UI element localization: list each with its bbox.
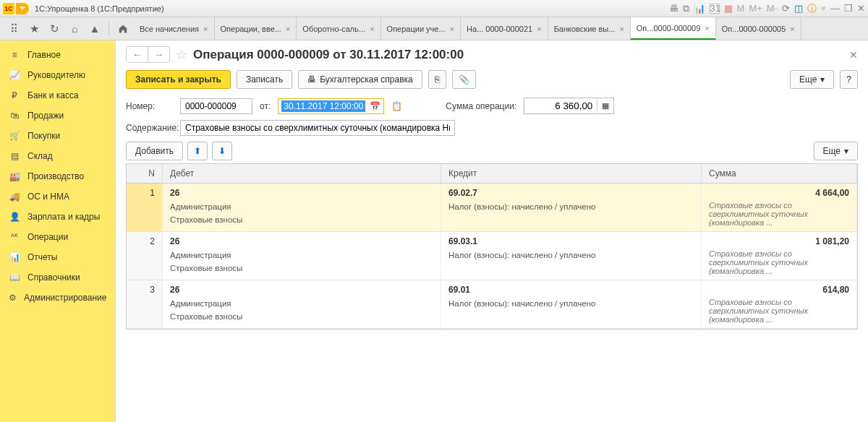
save-button[interactable]: Записать	[237, 70, 292, 89]
tab[interactable]: Банковские вы...×	[548, 17, 631, 40]
tab-label: Оборотно-саль...	[302, 25, 365, 33]
tab[interactable]: Операции, вве...×	[215, 17, 297, 40]
tab-close-icon[interactable]: ×	[619, 25, 624, 33]
bars-icon: 📊	[9, 251, 20, 263]
maximize-icon[interactable]: ❐	[844, 3, 853, 14]
calendar-picker-icon[interactable]: 📅	[370, 101, 380, 111]
favorite-star[interactable]: ☆	[176, 47, 187, 63]
grid-icon[interactable]: ▦	[724, 3, 733, 14]
move-up-button[interactable]: ⬆	[187, 142, 208, 160]
tab-close-icon[interactable]: ×	[370, 25, 374, 33]
star-icon[interactable]: ★	[25, 20, 43, 38]
tab-close-icon[interactable]: ×	[537, 25, 541, 33]
m-plus-button[interactable]: M+	[749, 3, 762, 14]
cell-sum: 614,80Страховые взносы со сверхлимитных …	[702, 280, 857, 328]
sidebar-item[interactable]: 🚚ОС и НМА	[0, 186, 115, 207]
sidebar-item[interactable]: 📊Отчеты	[0, 247, 115, 267]
sidebar-item[interactable]: 📈Руководителю	[0, 65, 115, 85]
calc-button[interactable]: ▦	[597, 99, 613, 113]
table-row[interactable]: 126АдминистрацияСтраховые взносы69.02.7Н…	[127, 184, 857, 232]
sidebar-item[interactable]: ▤Склад	[0, 146, 115, 166]
tab-close-icon[interactable]: ×	[286, 25, 290, 33]
close-icon[interactable]: ✕	[857, 3, 865, 14]
sum-input[interactable]	[524, 98, 597, 113]
tab[interactable]: На... 0000-000021×	[461, 17, 548, 40]
print-icon[interactable]: 🖶	[669, 3, 678, 14]
apps-icon[interactable]: ⠿	[4, 20, 23, 38]
minimize-icon[interactable]: —	[830, 3, 840, 14]
tab[interactable]: Оборотно-саль...×	[297, 17, 380, 40]
help-button[interactable]: ?	[840, 70, 858, 89]
history-icon[interactable]: ↻	[45, 20, 64, 38]
info-icon[interactable]: ⓘ	[807, 2, 817, 15]
nav-back[interactable]: ←	[127, 47, 148, 62]
tab[interactable]: Все начисления×	[134, 17, 215, 40]
sidebar-item-label: Администрирование	[24, 293, 106, 303]
m-minus-button[interactable]: M-	[767, 3, 778, 14]
home-icon[interactable]	[114, 20, 132, 38]
date-field[interactable]: 30.11.2017 12:00:00 📅	[278, 98, 384, 114]
table-row[interactable]: 326АдминистрацияСтраховые взносы69.01Нал…	[127, 280, 857, 329]
app-logo: 1C	[3, 3, 14, 14]
sidebar-item-label: Склад	[27, 151, 53, 161]
link-button[interactable]: ⎘	[428, 70, 446, 89]
attach-button[interactable]: 📎	[452, 70, 476, 89]
desc-input[interactable]	[180, 120, 455, 136]
truck-icon: 🚚	[9, 191, 20, 202]
sidebar: ≡Главное📈Руководителю₽Банк и касса🛍Прода…	[0, 40, 116, 422]
save-close-button[interactable]: Записать и закрыть	[126, 70, 231, 89]
tab-close-icon[interactable]: ×	[705, 24, 709, 33]
sidebar-item[interactable]: ₽Банк и касса	[0, 85, 115, 106]
sidebar-item[interactable]: 🛍Продажи	[0, 106, 115, 126]
tab-close-icon[interactable]: ×	[790, 25, 794, 33]
grid-more-button[interactable]: Еще▾	[814, 142, 858, 160]
sidebar-item[interactable]: ᴬᴷОперации	[0, 227, 115, 247]
divider: ▾	[821, 3, 826, 14]
compare-icon[interactable]: ⧉	[683, 3, 689, 14]
tab-close-icon[interactable]: ×	[450, 25, 454, 33]
more-button[interactable]: Еще▾	[790, 70, 834, 89]
sidebar-item[interactable]: 📖Справочники	[0, 267, 115, 288]
app-dropdown[interactable]	[16, 3, 29, 14]
m-button[interactable]: M	[737, 3, 745, 14]
sum-label: Сумма операции:	[446, 101, 516, 111]
number-input[interactable]	[180, 98, 252, 114]
calendar-icon[interactable]: 31	[710, 4, 720, 14]
tab[interactable]: Операции уче...×	[381, 17, 461, 40]
col-sum[interactable]: Сумма	[702, 164, 857, 183]
table-row[interactable]: 226АдминистрацияСтраховые взносы69.03.1Н…	[127, 232, 857, 280]
nav-fwd[interactable]: →	[148, 47, 169, 62]
add-row-button[interactable]: Добавить	[126, 142, 183, 160]
bag-icon: 🛍	[9, 110, 20, 121]
special-icon[interactable]: 📋	[391, 101, 402, 111]
sidebar-item-label: Главное	[27, 50, 61, 60]
tab[interactable]: Оп...0000-000005×	[716, 17, 801, 40]
sidebar-item-label: Продажи	[27, 111, 64, 121]
sidebar-item[interactable]: 👤Зарплата и кадры	[0, 207, 115, 227]
sidebar-item[interactable]: ≡Главное	[0, 45, 115, 65]
tab-label: Операции уче...	[387, 25, 446, 33]
sidebar-item-label: ОС и НМА	[27, 191, 69, 202]
chart-icon: 📈	[9, 69, 20, 81]
sidebar-item[interactable]: 🛒Покупки	[0, 126, 115, 146]
move-down-button[interactable]: ⬇	[212, 142, 232, 160]
close-doc[interactable]: ✕	[849, 49, 858, 61]
panel-icon[interactable]: ◫	[794, 3, 803, 14]
col-n[interactable]: N	[127, 164, 163, 183]
sidebar-item[interactable]: 🏭Производство	[0, 166, 115, 186]
tab[interactable]: Оп...0000-000009×	[631, 17, 716, 40]
dtkt-icon: ᴬᴷ	[9, 231, 20, 243]
tab-close-icon[interactable]: ×	[203, 25, 208, 33]
report-button[interactable]: 🖶Бухгалтерская справка	[298, 70, 422, 89]
reload-icon[interactable]: ⟳	[782, 3, 790, 14]
gear-icon: ⚙	[9, 292, 17, 303]
cart-icon: 🛒	[9, 130, 20, 142]
col-credit[interactable]: Кредит	[441, 164, 702, 183]
col-debit[interactable]: Дебет	[163, 164, 441, 183]
cell-sum: 1 081,20Страховые взносы со сверхлимитны…	[702, 232, 857, 280]
calc-icon[interactable]: 📊	[694, 3, 705, 14]
sidebar-item[interactable]: ⚙Администрирование	[0, 288, 115, 308]
sum-field: ▦	[524, 98, 614, 114]
bell-icon[interactable]: ▲	[85, 20, 104, 38]
search-icon[interactable]: ⌕	[65, 20, 84, 38]
